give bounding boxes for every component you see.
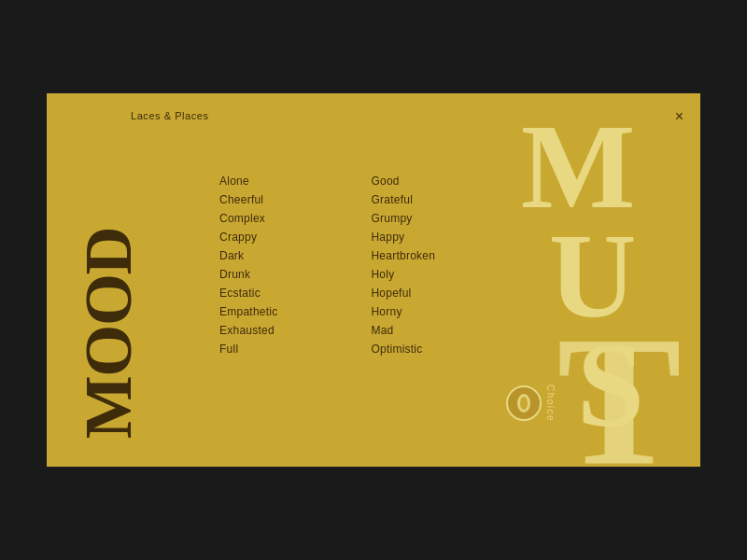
list-item[interactable]: Crappy [219, 229, 277, 245]
list-item[interactable]: Happy [371, 229, 435, 245]
list-item[interactable]: Exhausted [219, 322, 277, 338]
list-item[interactable]: Heartbroken [371, 247, 435, 263]
list-item[interactable]: Grumpy [371, 210, 435, 226]
close-button[interactable]: × [675, 108, 684, 125]
list-item[interactable]: Ecstatic [219, 285, 277, 301]
mood-columns: Alone Cheerful Complex Crappy Dark Drunk… [219, 173, 435, 357]
mood-vertical-label: MOOD [75, 168, 142, 439]
list-item[interactable]: Drunk [219, 266, 277, 282]
list-item[interactable]: Empathetic [219, 303, 277, 319]
choice-circle [506, 385, 542, 421]
list-item[interactable]: Dark [219, 247, 277, 263]
choice-icon [516, 393, 531, 413]
modal-container: Laces & Places × MOOD Alone Cheerful Com… [47, 93, 700, 467]
list-item[interactable]: Mad [371, 322, 435, 338]
list-item[interactable]: Cheerful [219, 191, 277, 207]
letter-m: M [521, 112, 644, 221]
list-item[interactable]: Good [371, 173, 435, 189]
list-item[interactable]: Full [219, 341, 277, 357]
mood-column-2: Good Grateful Grumpy Happy Heartbroken H… [371, 173, 435, 357]
list-item[interactable]: Hopeful [371, 285, 435, 301]
choice-badge: Choice [506, 385, 556, 422]
choice-label: Choice [545, 385, 556, 422]
brand-label: Laces & Places [131, 110, 209, 121]
list-item[interactable]: Horny [371, 303, 435, 319]
mood-column-1: Alone Cheerful Complex Crappy Dark Drunk… [219, 173, 277, 357]
list-item[interactable]: Alone [219, 173, 277, 189]
list-item[interactable]: Grateful [371, 191, 435, 207]
list-item[interactable]: Complex [219, 210, 277, 226]
list-item[interactable]: Holy [371, 266, 435, 282]
letter-t: T [557, 308, 682, 467]
list-item[interactable]: Optimistic [371, 341, 435, 357]
mood-title: MOOD [75, 228, 142, 439]
svg-point-1 [520, 397, 528, 410]
